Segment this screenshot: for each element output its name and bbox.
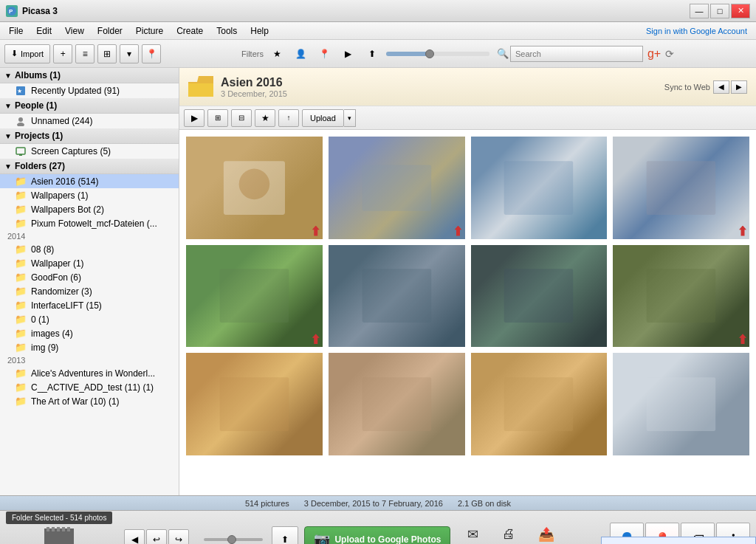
close-button[interactable]: ✕ [731, 4, 750, 18]
sidebar-item-wallpaper[interactable]: 📁 Wallpaper (1) [0, 256, 179, 270]
photo-thumb-6[interactable] [328, 244, 466, 348]
projects-label: Projects (1) [15, 131, 63, 141]
email-button[interactable]: ✉ Email [456, 523, 489, 545]
maximize-button[interactable]: □ [710, 4, 729, 18]
sidebar-item-img[interactable]: 📁 img (9) [0, 340, 179, 354]
menu-view[interactable]: View [59, 24, 90, 38]
people-section: ▼ People (1) Unnamed (244) [0, 98, 179, 128]
sidebar-item-artofwar[interactable]: 📁 The Art of War (10) (1) [0, 394, 179, 408]
photo-thumb-10[interactable] [328, 352, 466, 456]
svg-rect-27 [62, 527, 65, 531]
photo-thumb-2[interactable] [328, 136, 466, 240]
sidebar-item-pixum[interactable]: 📁 Pixum Fotowelt_mcf-Dateien (... [0, 216, 179, 230]
album-info: Asien 2016 3 December, 2015 [188, 76, 287, 98]
sync-right-button[interactable]: ▶ [731, 80, 747, 94]
sidebar-item-randomizer[interactable]: 📁 Randomizer (3) [0, 284, 179, 298]
grid-view-button[interactable]: ⊞ [97, 44, 117, 63]
photo-image-5 [186, 245, 323, 348]
minimize-button[interactable]: — [690, 4, 709, 18]
star-button[interactable]: ★ [255, 109, 275, 127]
print-button[interactable]: 🖨 Print [495, 523, 523, 544]
svg-rect-19 [220, 377, 289, 431]
folders-header[interactable]: ▼ Folders (27) [0, 159, 179, 174]
location-filter-icon[interactable]: 📍 [315, 44, 334, 63]
folder-icon-goodfon: 📁 [15, 272, 27, 283]
menu-help[interactable]: Help [244, 24, 275, 38]
menu-folder[interactable]: Folder [92, 24, 128, 38]
menu-tools[interactable]: Tools [210, 24, 243, 38]
import-icon: ⬇ [11, 49, 18, 58]
export-button[interactable]: 📤 Export [529, 523, 565, 545]
sidebar-item-cactive[interactable]: 📁 C__ACTIVE_ADD_test (11) (1) [0, 380, 179, 394]
menu-picture[interactable]: Picture [130, 24, 169, 38]
photo-thumb-9[interactable] [185, 352, 323, 456]
photo-thumb-3[interactable] [470, 136, 608, 240]
sidebar-item-recently-updated[interactable]: ★ Recently Updated (91) [0, 83, 179, 98]
sidebar-item-goodfon[interactable]: 📁 GoodFon (6) [0, 270, 179, 284]
projects-section: ▼ Projects (1) Screen Captures (5) [0, 128, 179, 159]
wallpapers-bot-label: Wallpapers Bot (2) [31, 204, 104, 215]
albums-header[interactable]: ▼ Albums (1) [0, 68, 179, 83]
location-button[interactable]: 📍 [142, 44, 161, 63]
sign-in-link[interactable]: Sign in with Google Account [646, 27, 753, 35]
menu-create[interactable]: Create [171, 24, 209, 38]
menu-edit[interactable]: Edit [30, 24, 58, 38]
zoom-slider-container [204, 538, 263, 541]
sidebar-item-wallpapers[interactable]: 📁 Wallpapers (1) [0, 188, 179, 202]
people-filter-icon[interactable]: 👤 [292, 44, 311, 63]
folder-icon-randomizer: 📁 [15, 286, 27, 297]
redo-button[interactable]: ↪ [168, 529, 189, 545]
back-button[interactable]: ◀ [124, 529, 145, 545]
sidebar-item-interfacelift[interactable]: 📁 InterfaceLIFT (15) [0, 298, 179, 312]
photo-thumb-8[interactable] [612, 244, 750, 348]
photo-thumb-11[interactable] [470, 352, 608, 456]
search-input[interactable] [510, 46, 643, 62]
import-button[interactable]: ⬇ Import [4, 44, 50, 63]
photo-image-7 [471, 245, 608, 348]
filter-slider[interactable] [386, 52, 489, 56]
sidebar-item-screen-captures[interactable]: Screen Captures (5) [0, 144, 179, 159]
zoom-slider[interactable] [204, 538, 263, 541]
sync-left-button[interactable]: ◀ [713, 80, 729, 94]
sidebar-item-alice[interactable]: 📁 Alice's Adventures in Wonderl... [0, 366, 179, 380]
sidebar-item-wallpapers-bot[interactable]: 📁 Wallpapers Bot (2) [0, 202, 179, 216]
grid-button[interactable]: ⊟ [231, 109, 252, 127]
photo-thumb-5[interactable] [185, 244, 323, 348]
star-filter-icon[interactable]: ★ [268, 44, 287, 63]
upload-button[interactable]: Upload [302, 109, 344, 127]
share-button[interactable]: ↑ [278, 109, 299, 127]
photo-thumb-4[interactable] [612, 136, 750, 240]
svg-text:★: ★ [17, 88, 22, 94]
upload-toolbar-button[interactable]: ⬆ [272, 526, 298, 545]
sidebar-item-asien2016[interactable]: 📁 Asien 2016 (514) [0, 174, 179, 188]
upload-dropdown-button[interactable]: ▾ [344, 109, 356, 127]
undo-button[interactable]: ↩ [146, 529, 167, 545]
sidebar-item-unnamed[interactable]: Unnamed (244) [0, 114, 179, 128]
add-button[interactable]: + [53, 44, 72, 63]
upload-filter-icon[interactable]: ⬆ [362, 44, 382, 63]
photo-thumb-12[interactable] [612, 352, 750, 456]
menu-file[interactable]: File [3, 24, 29, 38]
cactive-label: C__ACTIVE_ADD_test (11) (1) [31, 382, 154, 393]
upload-label: Upload [310, 114, 336, 123]
folder-icon-asien: 📁 [15, 176, 27, 187]
sidebar-item-08[interactable]: 📁 08 (8) [0, 242, 179, 256]
collage-button[interactable]: ⊞ [207, 109, 228, 127]
app-title: Picasa 3 [22, 6, 58, 16]
video-filter-icon[interactable]: ▶ [339, 44, 358, 63]
photo-thumb-7[interactable] [470, 244, 608, 348]
upload-google-button[interactable]: 📷 Upload to Google Photos [304, 526, 450, 545]
list-view-button[interactable]: ≡ [75, 44, 94, 63]
dropdown-button[interactable]: ▾ [120, 44, 139, 63]
people-header[interactable]: ▼ People (1) [0, 98, 179, 114]
albums-label: Albums (1) [15, 70, 61, 80]
projects-header[interactable]: ▼ Projects (1) [0, 128, 179, 144]
folder-icon-wallpapers-bot: 📁 [15, 204, 27, 215]
photo-image-9 [186, 353, 323, 455]
photo-thumb-1[interactable] [185, 136, 323, 240]
sidebar-item-0[interactable]: 📁 0 (1) [0, 312, 179, 326]
sidebar-item-images[interactable]: 📁 images (4) [0, 326, 179, 340]
svg-rect-25 [52, 527, 55, 531]
svg-rect-15 [220, 269, 289, 323]
play-button[interactable]: ▶ [184, 109, 205, 127]
